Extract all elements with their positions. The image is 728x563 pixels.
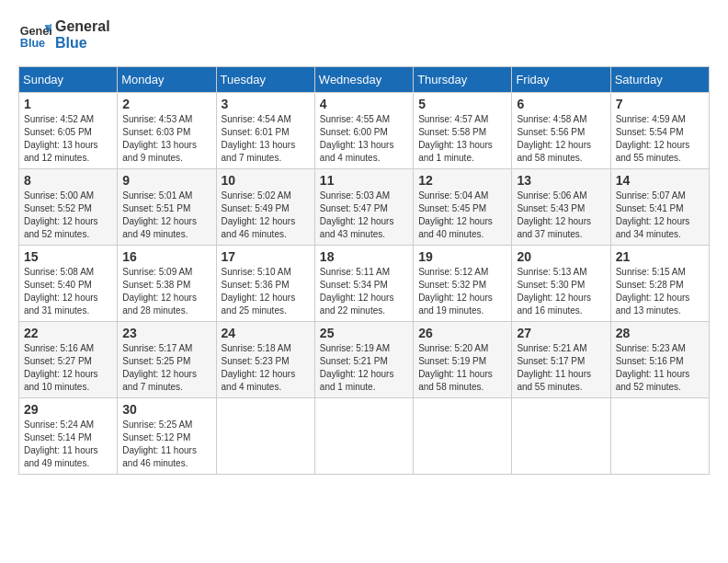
day-info: Sunrise: 4:55 AM Sunset: 6:00 PM Dayligh… <box>320 113 408 165</box>
day-cell: 24 Sunrise: 5:18 AM Sunset: 5:23 PM Dayl… <box>216 322 314 398</box>
day-cell: 29 Sunrise: 5:24 AM Sunset: 5:14 PM Dayl… <box>19 398 118 475</box>
day-number: 12 <box>418 173 506 188</box>
day-number: 23 <box>122 326 210 340</box>
day-info: Sunrise: 5:07 AM Sunset: 5:41 PM Dayligh… <box>616 190 704 241</box>
weekday-header-thursday: Thursday <box>414 67 512 93</box>
day-info: Sunrise: 5:13 AM Sunset: 5:30 PM Dayligh… <box>517 266 605 317</box>
day-number: 26 <box>418 326 506 340</box>
day-cell: 10 Sunrise: 5:02 AM Sunset: 5:49 PM Dayl… <box>216 169 314 246</box>
day-info: Sunrise: 5:02 AM Sunset: 5:49 PM Dayligh… <box>222 190 310 241</box>
day-info: Sunrise: 5:19 AM Sunset: 5:21 PM Dayligh… <box>320 342 408 394</box>
calendar: SundayMondayTuesdayWednesdayThursdayFrid… <box>18 66 710 475</box>
day-cell: 3 Sunrise: 4:54 AM Sunset: 6:01 PM Dayli… <box>216 93 314 169</box>
week-row-4: 22 Sunrise: 5:16 AM Sunset: 5:27 PM Dayl… <box>19 322 710 398</box>
day-info: Sunrise: 5:18 AM Sunset: 5:23 PM Dayligh… <box>222 342 310 394</box>
day-cell: 30 Sunrise: 5:25 AM Sunset: 5:12 PM Dayl… <box>118 398 216 475</box>
day-number: 19 <box>418 249 506 264</box>
weekday-header-friday: Friday <box>512 67 610 93</box>
day-cell: 13 Sunrise: 5:06 AM Sunset: 5:43 PM Dayl… <box>512 169 610 246</box>
day-cell: 7 Sunrise: 4:59 AM Sunset: 5:54 PM Dayli… <box>610 93 709 169</box>
weekday-header-sunday: Sunday <box>19 67 118 93</box>
day-number: 13 <box>517 173 605 188</box>
day-info: Sunrise: 4:57 AM Sunset: 5:58 PM Dayligh… <box>418 113 506 165</box>
day-info: Sunrise: 5:23 AM Sunset: 5:16 PM Dayligh… <box>616 342 704 394</box>
day-number: 9 <box>122 173 210 188</box>
day-info: Sunrise: 5:03 AM Sunset: 5:47 PM Dayligh… <box>320 190 408 241</box>
day-info: Sunrise: 5:01 AM Sunset: 5:51 PM Dayligh… <box>122 190 210 241</box>
weekday-header-tuesday: Tuesday <box>216 67 314 93</box>
day-cell: 6 Sunrise: 4:58 AM Sunset: 5:56 PM Dayli… <box>512 93 610 169</box>
day-info: Sunrise: 5:08 AM Sunset: 5:40 PM Dayligh… <box>24 266 112 317</box>
day-info: Sunrise: 5:20 AM Sunset: 5:19 PM Dayligh… <box>418 342 506 394</box>
day-number: 14 <box>616 173 704 188</box>
day-number: 25 <box>320 326 408 340</box>
day-info: Sunrise: 5:17 AM Sunset: 5:25 PM Dayligh… <box>122 342 210 394</box>
day-info: Sunrise: 4:52 AM Sunset: 6:05 PM Dayligh… <box>24 113 112 165</box>
day-info: Sunrise: 5:11 AM Sunset: 5:34 PM Dayligh… <box>320 266 408 317</box>
day-number: 5 <box>418 97 506 111</box>
weekday-header-saturday: Saturday <box>610 67 709 93</box>
logo: General Blue General Blue <box>18 18 110 52</box>
day-number: 24 <box>222 326 310 340</box>
day-cell: 19 Sunrise: 5:12 AM Sunset: 5:32 PM Dayl… <box>414 246 512 322</box>
weekday-header-row: SundayMondayTuesdayWednesdayThursdayFrid… <box>19 67 710 93</box>
week-row-2: 8 Sunrise: 5:00 AM Sunset: 5:52 PM Dayli… <box>19 169 710 246</box>
day-info: Sunrise: 4:53 AM Sunset: 6:03 PM Dayligh… <box>122 113 210 165</box>
day-number: 27 <box>517 326 605 340</box>
day-cell: 4 Sunrise: 4:55 AM Sunset: 6:00 PM Dayli… <box>314 93 413 169</box>
day-cell <box>610 398 709 475</box>
header: General Blue General Blue <box>18 18 710 52</box>
day-info: Sunrise: 5:15 AM Sunset: 5:28 PM Dayligh… <box>616 266 704 317</box>
logo-general: General <box>55 18 110 35</box>
day-info: Sunrise: 5:09 AM Sunset: 5:38 PM Dayligh… <box>122 266 210 317</box>
day-number: 16 <box>122 249 210 264</box>
day-cell: 28 Sunrise: 5:23 AM Sunset: 5:16 PM Dayl… <box>610 322 709 398</box>
day-info: Sunrise: 5:24 AM Sunset: 5:14 PM Dayligh… <box>24 419 112 470</box>
day-cell: 20 Sunrise: 5:13 AM Sunset: 5:30 PM Dayl… <box>512 246 610 322</box>
day-number: 18 <box>320 249 408 264</box>
day-cell: 12 Sunrise: 5:04 AM Sunset: 5:45 PM Dayl… <box>414 169 512 246</box>
day-cell: 18 Sunrise: 5:11 AM Sunset: 5:34 PM Dayl… <box>314 246 413 322</box>
day-number: 15 <box>24 249 112 264</box>
day-cell: 1 Sunrise: 4:52 AM Sunset: 6:05 PM Dayli… <box>19 93 118 169</box>
day-info: Sunrise: 5:04 AM Sunset: 5:45 PM Dayligh… <box>418 190 506 241</box>
svg-text:Blue: Blue <box>20 37 45 50</box>
day-number: 6 <box>517 97 605 111</box>
day-cell: 22 Sunrise: 5:16 AM Sunset: 5:27 PM Dayl… <box>19 322 118 398</box>
day-cell <box>512 398 610 475</box>
day-number: 20 <box>517 249 605 264</box>
day-number: 3 <box>222 97 310 111</box>
week-row-3: 15 Sunrise: 5:08 AM Sunset: 5:40 PM Dayl… <box>19 246 710 322</box>
day-cell <box>414 398 512 475</box>
day-cell <box>216 398 314 475</box>
day-number: 7 <box>616 97 704 111</box>
weekday-header-wednesday: Wednesday <box>314 67 413 93</box>
day-number: 22 <box>24 326 112 340</box>
day-cell: 23 Sunrise: 5:17 AM Sunset: 5:25 PM Dayl… <box>118 322 216 398</box>
day-cell: 14 Sunrise: 5:07 AM Sunset: 5:41 PM Dayl… <box>610 169 709 246</box>
day-cell: 17 Sunrise: 5:10 AM Sunset: 5:36 PM Dayl… <box>216 246 314 322</box>
day-info: Sunrise: 4:58 AM Sunset: 5:56 PM Dayligh… <box>517 113 605 165</box>
day-number: 28 <box>616 326 704 340</box>
day-info: Sunrise: 4:59 AM Sunset: 5:54 PM Dayligh… <box>616 113 704 165</box>
day-info: Sunrise: 5:12 AM Sunset: 5:32 PM Dayligh… <box>418 266 506 317</box>
day-number: 4 <box>320 97 408 111</box>
day-number: 21 <box>616 249 704 264</box>
day-number: 30 <box>122 402 210 417</box>
day-number: 29 <box>24 402 112 417</box>
day-cell <box>314 398 413 475</box>
day-number: 17 <box>222 249 310 264</box>
day-number: 2 <box>122 97 210 111</box>
day-info: Sunrise: 5:10 AM Sunset: 5:36 PM Dayligh… <box>222 266 310 317</box>
day-cell: 8 Sunrise: 5:00 AM Sunset: 5:52 PM Dayli… <box>19 169 118 246</box>
day-info: Sunrise: 4:54 AM Sunset: 6:01 PM Dayligh… <box>222 113 310 165</box>
week-row-5: 29 Sunrise: 5:24 AM Sunset: 5:14 PM Dayl… <box>19 398 710 475</box>
day-cell: 9 Sunrise: 5:01 AM Sunset: 5:51 PM Dayli… <box>118 169 216 246</box>
day-cell: 15 Sunrise: 5:08 AM Sunset: 5:40 PM Dayl… <box>19 246 118 322</box>
day-cell: 16 Sunrise: 5:09 AM Sunset: 5:38 PM Dayl… <box>118 246 216 322</box>
day-cell: 11 Sunrise: 5:03 AM Sunset: 5:47 PM Dayl… <box>314 169 413 246</box>
day-number: 11 <box>320 173 408 188</box>
day-info: Sunrise: 5:25 AM Sunset: 5:12 PM Dayligh… <box>122 419 210 470</box>
day-info: Sunrise: 5:00 AM Sunset: 5:52 PM Dayligh… <box>24 190 112 241</box>
day-cell: 27 Sunrise: 5:21 AM Sunset: 5:17 PM Dayl… <box>512 322 610 398</box>
